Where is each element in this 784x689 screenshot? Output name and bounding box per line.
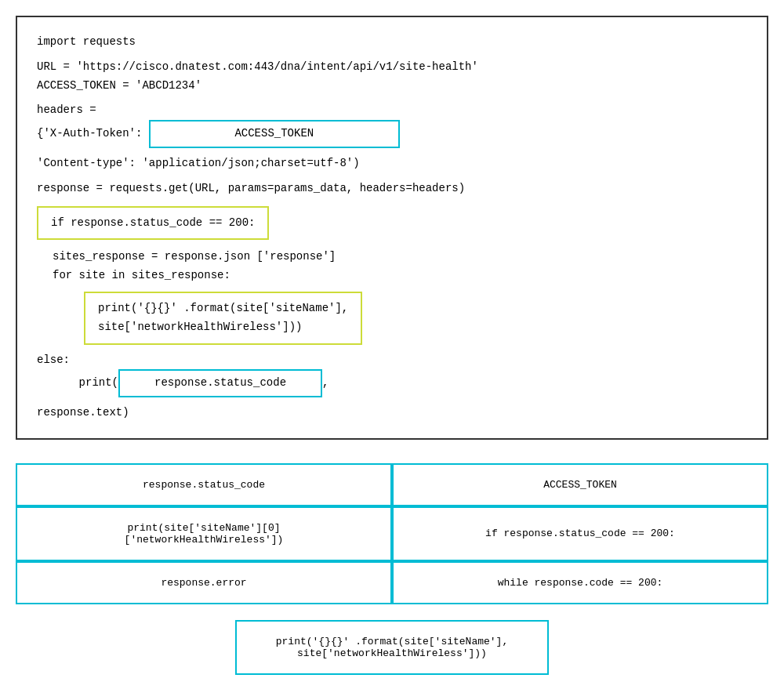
code-line-18: response.text) bbox=[37, 404, 747, 422]
code-line-9: 'Content-type': 'application/json;charse… bbox=[37, 154, 747, 173]
code-line-1: import requests bbox=[37, 33, 747, 52]
print-line2-text: site['networkHealthWireless'])) bbox=[98, 321, 302, 333]
code-line-16: else: bbox=[37, 351, 747, 370]
code-line-4: ACCESS_TOKEN = 'ABCD1234' bbox=[37, 77, 747, 96]
line14-text: for site in sites_response: bbox=[53, 267, 230, 285]
line17-pre-text: print( bbox=[53, 374, 118, 393]
print-block-wrapper: print('{}{}' .format(site['siteName'], s… bbox=[84, 288, 747, 348]
status-code-highlight-box[interactable]: response.status_code bbox=[118, 369, 322, 397]
answer-a2[interactable]: ACCESS_TOKEN bbox=[392, 463, 768, 506]
code-line-17: print( response.status_code , bbox=[37, 369, 747, 397]
code-line-6: headers = bbox=[37, 101, 747, 120]
line3-text: URL = 'https://cisco.dnatest.com:443/dna… bbox=[37, 58, 478, 77]
code-line-14: for site in sites_response: bbox=[37, 267, 747, 285]
answer-a7[interactable]: print('{}{}' .format(site['siteName'], s… bbox=[235, 620, 549, 675]
print-highlight-box[interactable]: print('{}{}' .format(site['siteName'], s… bbox=[84, 292, 362, 345]
answer-a1[interactable]: response.status_code bbox=[16, 463, 392, 506]
code-line-3: URL = 'https://cisco.dnatest.com:443/dna… bbox=[37, 58, 747, 77]
answer-a5[interactable]: response.error bbox=[16, 561, 392, 604]
answer-a6[interactable]: while response.code == 200: bbox=[392, 561, 768, 604]
line11-text: response = requests.get(URL, params=para… bbox=[37, 180, 465, 198]
line4-text: ACCESS_TOKEN = 'ABCD1234' bbox=[37, 77, 201, 96]
if-block-text: if response.status_code == 200: bbox=[51, 216, 255, 229]
access-token-highlight-box[interactable]: ACCESS_TOKEN bbox=[149, 120, 400, 148]
print-line1-text: print('{}{}' .format(site['siteName'], bbox=[98, 302, 348, 314]
answers-grid: response.status_code ACCESS_TOKEN print(… bbox=[16, 463, 768, 604]
code-line-7: {'X-Auth-Token': ACCESS_TOKEN bbox=[37, 120, 747, 148]
code-line-11: response = requests.get(URL, params=para… bbox=[37, 180, 747, 198]
line7-pre-text: {'X-Auth-Token': bbox=[37, 125, 149, 143]
answer-a3[interactable]: print(site['siteName'][0] ['networkHealt… bbox=[16, 506, 392, 561]
bottom-answer-wrapper: print('{}{}' .format(site['siteName'], s… bbox=[16, 620, 768, 675]
code-block: import requests URL = 'https://cisco.dna… bbox=[16, 16, 768, 440]
if-block-wrapper: if response.status_code == 200: bbox=[37, 203, 747, 244]
line9-text: 'Content-type': 'application/json;charse… bbox=[37, 154, 360, 173]
line16-text: else: bbox=[37, 351, 70, 370]
line18-text: response.text) bbox=[37, 404, 129, 422]
answer-a4[interactable]: if response.status_code == 200: bbox=[392, 506, 768, 561]
line13-text: sites_response = response.json ['respons… bbox=[53, 248, 336, 267]
line17-post-text: , bbox=[322, 374, 328, 393]
line6-text: headers = bbox=[37, 101, 96, 120]
line1-text: import requests bbox=[37, 33, 136, 52]
code-line-13: sites_response = response.json ['respons… bbox=[37, 248, 747, 267]
if-highlight-box[interactable]: if response.status_code == 200: bbox=[37, 206, 269, 241]
